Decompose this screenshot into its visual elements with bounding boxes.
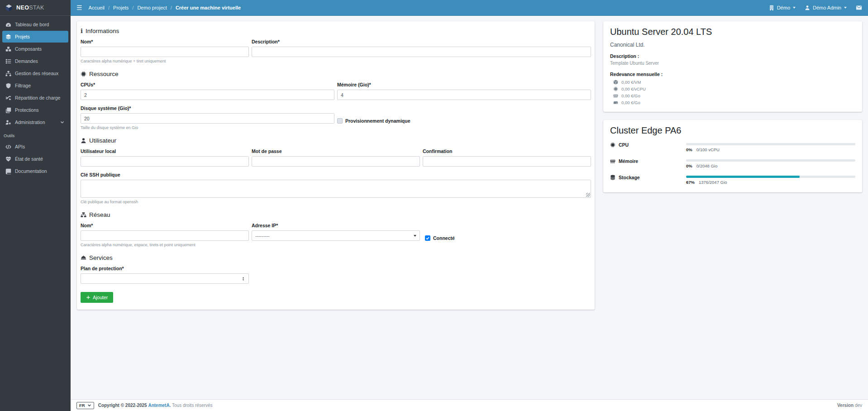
- sidebar-item-administration[interactable]: Administration: [2, 116, 68, 128]
- adresse-ip-label: Adresse IP*: [252, 223, 420, 228]
- user-label: Démo Admin: [813, 5, 841, 10]
- sidebar: NEOSTAK Tableau de bordProjetsComposants…: [0, 0, 71, 411]
- heart-pulse-icon: [5, 156, 11, 162]
- price-value: 0,00 €/Go: [621, 100, 640, 105]
- chevron-down-icon: [87, 403, 91, 407]
- sidebar-menu: Tableau de bordProjetsComposantsDemandes…: [0, 16, 71, 128]
- hamburger-menu-icon[interactable]: ☰: [76, 5, 82, 11]
- confirmation-label: Confirmation: [423, 148, 591, 154]
- antemeta-link[interactable]: AntemetA.: [148, 403, 171, 408]
- user-icon: [805, 5, 810, 10]
- sidebar-item-apis[interactable]: APIs: [2, 141, 68, 153]
- memory-icon: [613, 93, 618, 98]
- sidebar-item-projets[interactable]: Projets: [2, 31, 68, 43]
- plan-protection-label: Plan de protection*: [81, 266, 249, 271]
- description-label: Description*: [252, 39, 591, 44]
- template-description-label: Description :: [610, 53, 855, 59]
- memoire-input[interactable]: [337, 90, 591, 100]
- connecte-checkbox[interactable]: [425, 235, 430, 241]
- breadcrumb-item-1[interactable]: Projets: [113, 5, 129, 10]
- info-icon: i: [81, 28, 83, 34]
- org-dropdown[interactable]: Démo: [769, 5, 796, 10]
- cpus-label: CPUs*: [81, 82, 334, 87]
- language-select[interactable]: FR: [76, 402, 94, 409]
- mot-de-passe-input[interactable]: [252, 156, 420, 167]
- connecte-label[interactable]: Connecté: [433, 235, 455, 241]
- user-dropdown[interactable]: Démo Admin: [805, 5, 847, 10]
- provisioning-checkbox-row: Provisionnement dynamique: [337, 115, 591, 126]
- cluster-resource-label: CPU: [610, 142, 686, 148]
- code-icon: [5, 144, 11, 150]
- ajouter-button[interactable]: Ajouter: [81, 292, 113, 303]
- sidebar-item-gestion-des-reseaux[interactable]: Gestion des réseaux: [2, 67, 68, 79]
- cluster-title: Cluster Edge PA6: [610, 125, 855, 136]
- footer: FR Copyright © 2022-2025 AntemetA. Tous …: [71, 399, 868, 411]
- users-gear-icon: [5, 119, 11, 125]
- microchip-icon: [610, 142, 615, 148]
- confirmation-input[interactable]: [423, 156, 591, 167]
- section-services: Services: [81, 254, 591, 261]
- network-wired-icon: [81, 212, 86, 218]
- cluster-resource-label: Stockage: [610, 175, 686, 180]
- reseau-nom-input[interactable]: [81, 230, 249, 241]
- brand[interactable]: NEOSTAK: [0, 0, 71, 16]
- sidebar-item-tableau-de-bord[interactable]: Tableau de bord: [2, 19, 68, 30]
- usage-text: 0%0/2048 Gio: [686, 163, 855, 168]
- cle-ssh-help: Clé publique au format openssh: [81, 200, 591, 204]
- cluster-row-stockage: Stockage67%1376/2047 Gio: [610, 174, 855, 185]
- sidebar-item-label: Gestion des réseaux: [15, 71, 58, 76]
- provisioning-label[interactable]: Provisionnement dynamique: [345, 118, 410, 124]
- price-row: 0,00 €/Go: [613, 100, 855, 105]
- description-input[interactable]: [252, 47, 591, 57]
- hdd-icon: [613, 100, 618, 105]
- adresse-ip-value: ---------: [255, 233, 269, 239]
- version-text: Version dev: [837, 403, 862, 408]
- cluster-resource-label: Mémoire: [610, 158, 686, 164]
- sidebar-item-documentation[interactable]: Documentation: [2, 165, 68, 177]
- section-reseau: Réseau: [81, 211, 591, 218]
- template-description: Template Ubuntu Server: [610, 61, 855, 66]
- cluster-resource-name: CPU: [619, 142, 629, 148]
- breadcrumb-item-2[interactable]: Demo project: [137, 5, 167, 10]
- reseau-nom-help: Caractères alpha numérique, espace, tire…: [81, 243, 249, 247]
- disque-input[interactable]: [81, 113, 334, 124]
- select-updown-icon: [241, 276, 245, 282]
- cle-ssh-textarea[interactable]: [81, 180, 591, 198]
- price-list: 0,00 €/VM0,00 €/vCPU0,00 €/Go0,00 €/Go: [610, 80, 855, 105]
- price-row: 0,00 €/vCPU: [613, 86, 855, 91]
- utilisateur-local-input[interactable]: [81, 156, 249, 167]
- cpus-input[interactable]: [81, 90, 334, 100]
- sidebar-item-label: Tableau de bord: [15, 22, 49, 27]
- sidebar-item-demandes[interactable]: Demandes: [2, 55, 68, 67]
- plus-icon: [86, 295, 91, 300]
- breadcrumb-item-0[interactable]: Accueil: [89, 5, 105, 10]
- usage-text: 67%1376/2047 Gio: [686, 180, 855, 185]
- adresse-ip-select[interactable]: ---------: [252, 230, 420, 241]
- user-icon: [81, 138, 86, 143]
- plan-protection-select[interactable]: [81, 273, 249, 284]
- sidebar-item-label: Documentation: [15, 168, 47, 174]
- sidebar-tools-menu: APIsÉtat de santéDocumentation: [0, 141, 71, 177]
- nom-label: Nom*: [81, 39, 249, 44]
- provisioning-checkbox[interactable]: [337, 118, 343, 124]
- sidebar-item-repartition-de-charge[interactable]: Répartition de charge: [2, 92, 68, 104]
- sidebar-item-etat-de-sante[interactable]: État de santé: [2, 153, 68, 165]
- book-icon: [5, 168, 11, 174]
- neostak-logo-icon: [5, 4, 13, 12]
- mot-de-passe-label: Mot de passe: [252, 148, 420, 154]
- sidebar-item-protections[interactable]: Protections: [2, 104, 68, 116]
- sidebar-item-composants[interactable]: Composants: [2, 43, 68, 55]
- bell-concierge-icon: [81, 255, 86, 261]
- sidebar-item-label: APIs: [15, 144, 25, 149]
- envelope-icon[interactable]: [856, 5, 862, 11]
- sidebar-item-label: Composants: [15, 46, 42, 52]
- memoire-label: Mémoire (Gio)*: [337, 82, 591, 87]
- nom-input[interactable]: [81, 47, 249, 57]
- sidebar-item-filtrage[interactable]: Filtrage: [2, 80, 68, 91]
- memory-icon: [610, 158, 615, 164]
- resize-handle[interactable]: [586, 193, 590, 197]
- breadcrumb-item-3[interactable]: Créer une machine virtuelle: [176, 5, 241, 10]
- price-value: 0,00 €/vCPU: [621, 86, 646, 91]
- sidebar-item-label: Projets: [15, 34, 30, 39]
- template-info-card: Ubuntu Server 20.04 LTS Canonical Ltd. D…: [603, 21, 862, 112]
